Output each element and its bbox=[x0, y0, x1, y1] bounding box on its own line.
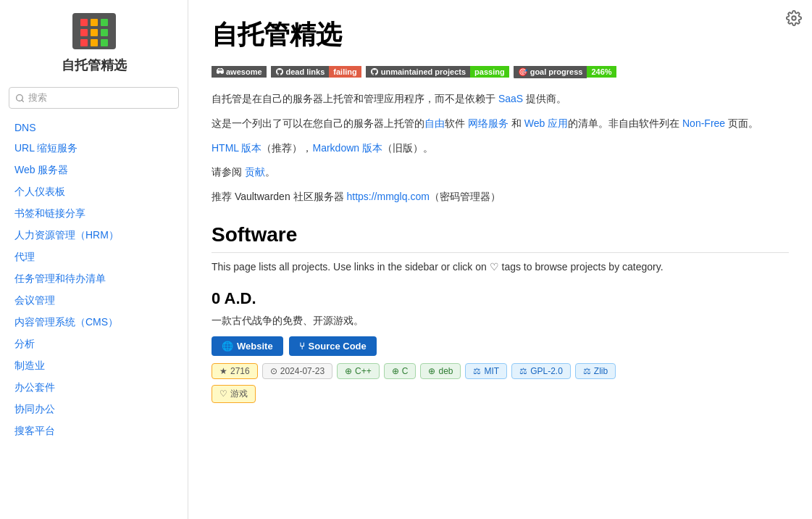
contribute-link[interactable]: 贡献 bbox=[245, 166, 265, 178]
sidebar-item-url[interactable]: URL 缩短服务 bbox=[0, 138, 188, 159]
logo-dot bbox=[80, 19, 88, 26]
logo-dot bbox=[91, 19, 98, 26]
sidebar-item-tasks[interactable]: 任务管理和待办清单 bbox=[0, 268, 188, 290]
category-badge[interactable]: ♡ 游戏 bbox=[212, 385, 256, 403]
pkg-icon: ⊕ bbox=[428, 366, 435, 376]
sidebar-nav: DNS URL 缩短服务 Web 服务器 个人仪表板 书签和链接分享 人力资源管… bbox=[0, 117, 188, 454]
dead-links-value: failing bbox=[329, 66, 361, 78]
logo-dot bbox=[80, 29, 88, 36]
markdown-version-link[interactable]: Markdown 版本 bbox=[312, 142, 382, 154]
stars-badge: ★ 2716 bbox=[212, 363, 258, 379]
vaultwarden-link[interactable]: https://mmglq.com bbox=[346, 191, 429, 202]
sidebar-item-search[interactable]: 搜客平台 bbox=[0, 420, 188, 442]
sidebar-item-cms[interactable]: 内容管理系统（CMS） bbox=[0, 312, 188, 333]
category-value: 游戏 bbox=[230, 388, 248, 400]
clock-icon: ⊙ bbox=[270, 366, 277, 376]
search-input[interactable]: 搜索 bbox=[9, 87, 179, 109]
network-link[interactable]: 网络服务 bbox=[468, 117, 508, 129]
software-section-title: Software bbox=[212, 223, 789, 253]
logo-dot bbox=[101, 19, 108, 26]
software-section-desc: This page lists all projects. Use links … bbox=[212, 259, 789, 275]
dead-links-label: dead links bbox=[286, 67, 325, 76]
goal-label: goal progress bbox=[530, 67, 583, 76]
sidebar: 自托管精选 搜索 DNS URL 缩短服务 Web 服务器 个人仪表板 书签和链… bbox=[0, 0, 188, 519]
sidebar-item-analytics[interactable]: 分析 bbox=[0, 333, 188, 355]
license-icon1: ⚖ bbox=[473, 366, 481, 376]
fork-icon: ⑂ bbox=[299, 341, 305, 352]
badges-row: 🕶 awesome dead links failing unmaintaine… bbox=[212, 65, 789, 79]
saas-link[interactable]: SaaS bbox=[498, 93, 523, 104]
sidebar-item-collab[interactable]: 协同办公 bbox=[0, 399, 188, 420]
license-icon2: ⚖ bbox=[519, 366, 527, 376]
license-mit-value: MIT bbox=[484, 366, 499, 376]
pkg-value: deb bbox=[438, 366, 453, 376]
sunglasses-icon: 🕶 bbox=[216, 67, 224, 76]
stars-value: 2716 bbox=[230, 366, 250, 376]
star-icon: ★ bbox=[219, 366, 227, 376]
description-2: 这是一个列出了可以在您自己的服务器上托管的自由软件 网络服务 和 Web 应用的… bbox=[212, 115, 789, 133]
sidebar-item-meetings[interactable]: 会议管理 bbox=[0, 290, 188, 312]
svg-line-1 bbox=[22, 100, 23, 101]
source-label: Source Code bbox=[309, 341, 367, 352]
sidebar-logo bbox=[72, 13, 116, 49]
license-gpl-badge: ⚖ GPL-2.0 bbox=[511, 363, 571, 379]
license-icon3: ⚖ bbox=[583, 366, 591, 376]
sidebar-item-dashboard[interactable]: 个人仪表板 bbox=[0, 181, 188, 203]
project-desc: 一款古代战争的免费、开源游戏。 bbox=[212, 312, 789, 328]
lang-cpp-badge: ⊕ C++ bbox=[337, 363, 380, 379]
awesome-badge: 🕶 awesome bbox=[212, 65, 267, 79]
license-zlib-badge: ⚖ Zlib bbox=[575, 363, 616, 379]
description-1: 自托管是在自己的服务器上托管和管理应用程序，而不是依赖于 SaaS 提供商。 bbox=[212, 91, 789, 108]
version-links: HTML 版本（推荐），Markdown 版本（旧版）。 bbox=[212, 140, 789, 157]
goal-badge: 🎯 goal progress 246% bbox=[514, 65, 616, 79]
lang-cpp-value: C++ bbox=[355, 366, 372, 376]
main-content: 自托管精选 🕶 awesome dead links failing bbox=[188, 0, 812, 519]
meta-row: ★ 2716 ⊙ 2024-07-23 ⊕ C++ ⊕ C ⊕ deb ⚖ MI… bbox=[212, 363, 789, 379]
logo-dot bbox=[91, 29, 98, 36]
page-title: 自托管精选 bbox=[212, 17, 789, 53]
category-row: ♡ 游戏 bbox=[212, 385, 789, 403]
logo-dot bbox=[80, 39, 88, 46]
sidebar-title: 自托管精选 bbox=[62, 57, 127, 74]
lang-icon1: ⊕ bbox=[345, 366, 352, 376]
logo-dot bbox=[101, 39, 108, 46]
contribute-text: 请参阅 贡献。 bbox=[212, 164, 789, 181]
sidebar-item-hrm[interactable]: 人力资源管理（HRM） bbox=[0, 225, 188, 246]
nonfree-link[interactable]: Non-Free bbox=[682, 117, 725, 129]
license-zlib-value: Zlib bbox=[594, 366, 608, 376]
license-mit-badge: ⚖ MIT bbox=[465, 363, 507, 379]
sidebar-logo-area: 自托管精选 bbox=[0, 0, 188, 81]
free-link[interactable]: 自由 bbox=[424, 117, 445, 129]
sidebar-item-proxy[interactable]: 代理 bbox=[0, 246, 188, 268]
github-icon2 bbox=[370, 67, 379, 76]
sidebar-item-bookmarks[interactable]: 书签和链接分享 bbox=[0, 203, 188, 225]
project-buttons: 🌐 Website ⑂ Source Code bbox=[212, 336, 789, 356]
lang-icon2: ⊕ bbox=[392, 366, 399, 376]
lang-c-value: C bbox=[402, 366, 409, 376]
sidebar-item-web[interactable]: Web 服务器 bbox=[0, 159, 188, 181]
dead-links-badge: dead links failing bbox=[271, 65, 361, 79]
html-version-link[interactable]: HTML 版本 bbox=[212, 142, 261, 154]
project-title: 0 A.D. bbox=[212, 289, 789, 308]
sidebar-item-dns[interactable]: DNS bbox=[0, 117, 188, 138]
logo-dot bbox=[91, 39, 98, 46]
recommend-text: 推荐 Vaultwarden 社区服务器 https://mmglq.com（密… bbox=[212, 188, 789, 206]
globe-icon: 🌐 bbox=[222, 341, 233, 352]
unmaintained-badge: unmaintained projects passing bbox=[366, 65, 509, 79]
date-value: 2024-07-23 bbox=[280, 366, 325, 376]
settings-icon[interactable] bbox=[786, 10, 802, 26]
svg-point-2 bbox=[792, 16, 796, 20]
pkg-badge: ⊕ deb bbox=[420, 363, 461, 379]
goal-icon: 🎯 bbox=[518, 67, 528, 77]
sidebar-item-office[interactable]: 办公套件 bbox=[0, 377, 188, 399]
github-icon bbox=[275, 67, 284, 76]
website-button[interactable]: 🌐 Website bbox=[212, 336, 283, 356]
lang-c-badge: ⊕ C bbox=[384, 363, 417, 379]
website-label: Website bbox=[237, 341, 273, 352]
goal-value: 246% bbox=[587, 66, 616, 78]
date-badge: ⊙ 2024-07-23 bbox=[262, 363, 332, 379]
sidebar-item-manufacturing[interactable]: 制造业 bbox=[0, 355, 188, 377]
source-code-button[interactable]: ⑂ Source Code bbox=[289, 336, 377, 356]
webapp-link[interactable]: Web 应用 bbox=[524, 117, 568, 129]
tag-icon: ♡ bbox=[219, 389, 227, 399]
